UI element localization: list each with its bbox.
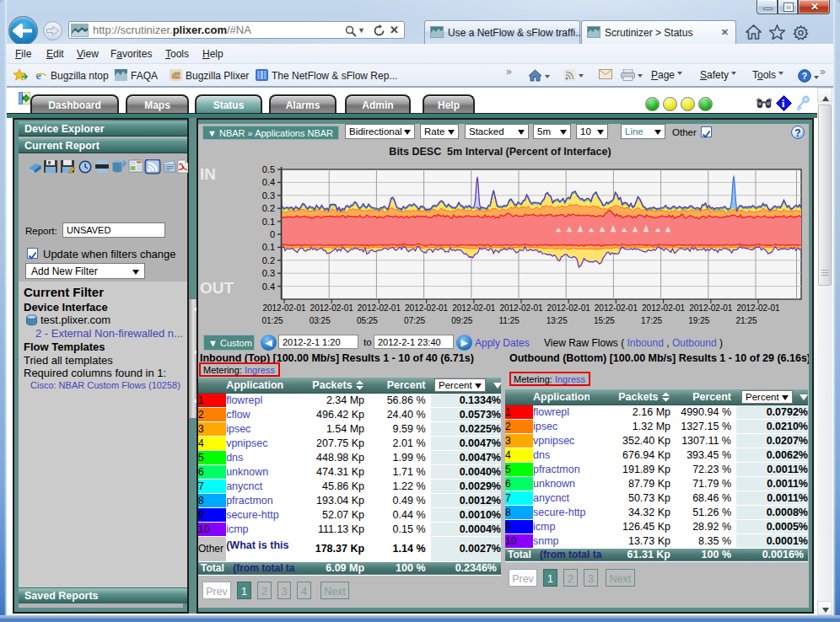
svg-text:0.3: 0.3 <box>262 268 275 278</box>
svg-text:2012-02-01: 2012-02-01 <box>405 303 449 313</box>
svg-text:0.4: 0.4 <box>262 282 275 292</box>
svg-text:0: 0 <box>270 229 275 239</box>
svg-text:19:25: 19:25 <box>688 316 709 325</box>
svg-text:2012-02-01: 2012-02-01 <box>689 303 733 313</box>
svg-text:15:25: 15:25 <box>594 316 615 325</box>
svg-text:2012-02-01: 2012-02-01 <box>736 303 780 313</box>
svg-text:09:25: 09:25 <box>451 316 472 325</box>
svg-text:11:25: 11:25 <box>499 316 520 325</box>
svg-text:0.2: 0.2 <box>262 203 275 213</box>
svg-text:2012-02-01: 2012-02-01 <box>358 303 401 313</box>
svg-text:03:25: 03:25 <box>310 316 331 325</box>
svg-text:13:25: 13:25 <box>547 316 568 325</box>
svg-text:2012-02-01: 2012-02-01 <box>547 303 591 313</box>
svg-text:2012-02-01: 2012-02-01 <box>310 303 354 313</box>
svg-text:05:25: 05:25 <box>357 316 378 325</box>
svg-text:0.1: 0.1 <box>262 217 275 227</box>
svg-text:0.1: 0.1 <box>262 242 275 252</box>
svg-text:2012-02-01: 2012-02-01 <box>642 303 686 313</box>
svg-text:21:25: 21:25 <box>736 316 757 325</box>
svg-text:0.3: 0.3 <box>262 190 275 201</box>
svg-text:0.4: 0.4 <box>262 177 275 187</box>
svg-text:0.5: 0.5 <box>262 164 275 174</box>
svg-text:?: ? <box>802 71 808 81</box>
svg-text:2012-02-01: 2012-02-01 <box>262 303 306 313</box>
svg-text:07:25: 07:25 <box>404 316 425 325</box>
svg-text:2012-02-01: 2012-02-01 <box>595 303 638 313</box>
svg-text:17:25: 17:25 <box>641 316 662 325</box>
svg-text:2012-02-01: 2012-02-01 <box>452 303 496 313</box>
svg-text:0.2: 0.2 <box>262 255 275 265</box>
svg-text:2012-02-01: 2012-02-01 <box>499 303 543 313</box>
svg-text:01:25: 01:25 <box>262 316 283 325</box>
